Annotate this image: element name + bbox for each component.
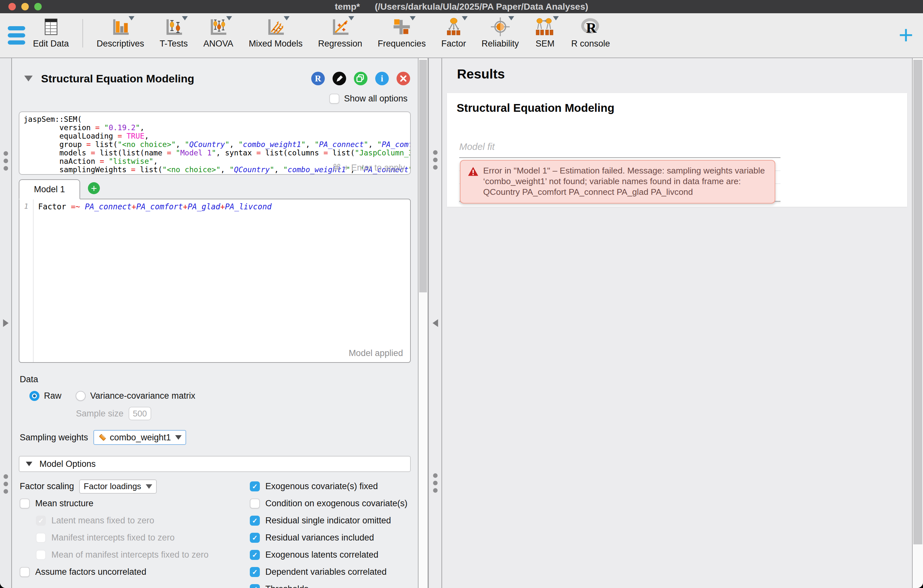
code-line: Factor =~ PA_connect+PA_comfort+PA_glad+… (38, 202, 272, 211)
error-message-text: Error in "Model 1" – Estimation failed. … (483, 165, 767, 198)
toolbar-factor[interactable]: Factor (434, 16, 474, 55)
scrollbar-thumb[interactable] (913, 60, 922, 544)
collapse-analysis-icon[interactable] (24, 75, 33, 82)
checkbox[interactable]: ✓ (250, 567, 260, 577)
drag-handle-icon[interactable] (433, 150, 438, 170)
show-all-options-checkbox[interactable] (329, 94, 339, 104)
analysis-header[interactable]: Structural Equation Modeling R i (24, 72, 410, 85)
checkbox-label: Mean structure (35, 498, 94, 509)
jasp-window: temp* (/Users/darkula/Ula/2025/PA Paper/… (0, 0, 923, 588)
toolbar-separator (82, 19, 83, 47)
tab-model-1[interactable]: Model 1 (19, 179, 80, 199)
r-syntax-button[interactable]: R (311, 72, 325, 85)
menu-caret-icon (284, 16, 289, 20)
toolbar-descriptives[interactable]: Descriptives (89, 16, 152, 55)
data-panel-splitter[interactable] (0, 58, 12, 588)
svg-text:R: R (586, 20, 596, 36)
mixed-models-icon (265, 16, 286, 38)
menu-caret-icon (553, 16, 559, 20)
results-analysis-heading[interactable]: Structural Equation Modeling (457, 102, 614, 115)
model-options-title: Model Options (39, 459, 96, 469)
toolbar-label: T-Tests (160, 39, 188, 49)
toolbar-label: Descriptives (97, 39, 144, 49)
duplicate-analysis-button[interactable] (354, 72, 368, 85)
model-syntax-editor[interactable]: 1 Factor =~ PA_connect+PA_comfort+PA_gla… (19, 199, 411, 363)
toolbar-mixed-models[interactable]: Mixed Models (241, 16, 310, 55)
toolbar-t-tests[interactable]: T-Tests (152, 16, 195, 55)
line-number: 1 (20, 199, 34, 362)
analysis-title: Structural Equation Modeling (41, 72, 194, 85)
chevron-down-icon (175, 435, 182, 440)
checkbox[interactable] (20, 498, 30, 509)
zoom-window-icon[interactable] (34, 3, 42, 10)
error-message-box: Error in "Model 1" – Estimation failed. … (460, 160, 775, 203)
show-all-options-label: Show all options (344, 94, 407, 104)
drag-handle-icon[interactable] (3, 474, 8, 494)
model-syntax-code: Factor =~ PA_connect+PA_comfort+PA_glad+… (34, 199, 272, 362)
checkbox[interactable] (250, 498, 260, 509)
results-panel-splitter[interactable] (428, 58, 442, 588)
collapse-options-panel-icon[interactable] (432, 319, 438, 327)
close-analysis-button[interactable] (397, 72, 410, 85)
drag-handle-icon[interactable] (433, 473, 438, 493)
checkbox: ✓ (36, 516, 46, 526)
toolbar-reliability[interactable]: Reliability (474, 16, 527, 55)
reliability-icon (489, 16, 511, 38)
add-model-button[interactable]: + (88, 182, 100, 194)
sample-size-label: Sample size (76, 409, 123, 419)
checkbox[interactable]: ✓ (250, 584, 260, 588)
code-line: jaspSem::SEM( (24, 115, 410, 123)
regression-icon (330, 16, 351, 38)
close-window-icon[interactable] (8, 3, 16, 10)
main-toolbar: Edit Data Descriptives T-Tests ANOVA (0, 13, 923, 58)
toolbar-r-console[interactable]: R R console (563, 16, 618, 55)
expand-data-panel-icon[interactable] (3, 319, 8, 327)
toolbar-regression[interactable]: Regression (310, 16, 370, 55)
toolbar-anova[interactable]: ANOVA (195, 16, 241, 55)
info-button[interactable]: i (375, 72, 389, 85)
results-title: Results (457, 67, 912, 82)
hamburger-menu-icon[interactable] (8, 26, 25, 44)
checkbox[interactable]: ✓ (250, 533, 260, 543)
option-row: Mean of manifest intercepts fixed to zer… (20, 546, 250, 563)
option-row: Condition on exogenous covariate(s) (250, 495, 418, 512)
option-row: ✓Latent means fixed to zero (20, 512, 250, 529)
option-row: ✓Thresholds (250, 581, 418, 588)
checkbox[interactable]: ✓ (250, 516, 260, 526)
add-analysis-button[interactable]: + (898, 22, 913, 47)
drag-handle-icon[interactable] (3, 151, 8, 170)
frequencies-icon (391, 16, 412, 38)
results-scrollbar[interactable] (912, 58, 923, 588)
toolbar-label: Regression (318, 39, 362, 49)
scrollbar-thumb[interactable] (419, 60, 427, 292)
scale-variable-icon (98, 433, 107, 442)
checkbox[interactable] (20, 567, 30, 577)
toolbar-label: ANOVA (203, 39, 233, 49)
factor-scaling-dropdown[interactable]: Factor loadings (79, 480, 157, 494)
model-fit-section-label[interactable]: Model fit (459, 141, 495, 152)
toolbar-frequencies[interactable]: Frequencies (370, 16, 434, 55)
raw-radio[interactable] (30, 391, 39, 401)
checkbox-label: Condition on exogenous covariate(s) (265, 498, 407, 509)
options-scrollbar[interactable] (418, 58, 428, 588)
anova-icon (207, 16, 229, 38)
code-line: equalLoading = TRUE, (24, 132, 410, 140)
model-tabbar: Model 1 + (19, 178, 418, 199)
sample-size-input[interactable]: 500 (129, 407, 151, 420)
edit-title-button[interactable] (333, 72, 346, 85)
toolbar-edit-data[interactable]: Edit Data (25, 16, 77, 55)
minimize-window-icon[interactable] (21, 3, 29, 10)
sampling-weights-dropdown[interactable]: combo_weight1 (94, 430, 186, 445)
checkbox[interactable]: ✓ (250, 550, 260, 560)
toolbar-sem[interactable]: SEM (526, 16, 563, 55)
option-row: ✓Exogenous covariate(s) fixed (250, 478, 418, 495)
checkbox-label: Exogenous latents correlated (265, 550, 378, 560)
document-path: (/Users/darkula/Ula/2025/PA Paper/Data A… (375, 2, 588, 12)
r-syntax-box[interactable]: jaspSem::SEM( version = "0.19.2", equalL… (19, 111, 411, 175)
results-panel: Results Structural Equation Modeling Mod… (442, 58, 912, 588)
checkbox-label: Assume factors uncorrelated (35, 567, 146, 577)
varcov-radio[interactable] (76, 391, 85, 401)
model-options-header[interactable]: Model Options (19, 456, 411, 472)
toolbar-label: Factor (441, 39, 466, 49)
checkbox[interactable]: ✓ (250, 482, 260, 491)
